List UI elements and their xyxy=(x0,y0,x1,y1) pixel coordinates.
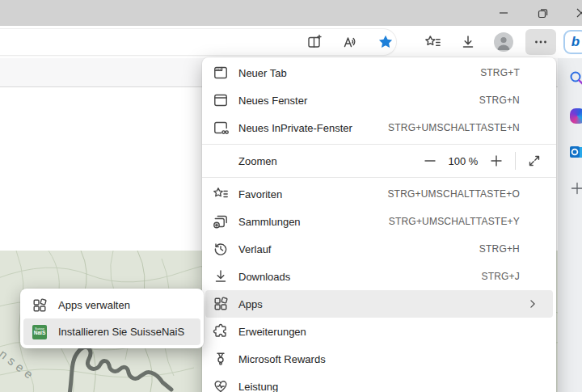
downloads-button[interactable] xyxy=(454,29,482,55)
close-button[interactable] xyxy=(571,2,582,23)
menu-item-label: Erweiterungen xyxy=(238,326,306,338)
menu-item-label: Downloads xyxy=(238,271,290,283)
menu-item-label: Sammlungen xyxy=(238,216,301,228)
menu-item-label: Leistung xyxy=(238,381,278,392)
sidebar-add-icon[interactable] xyxy=(567,179,582,198)
new-tab-icon xyxy=(213,65,229,81)
chevron-right-icon xyxy=(527,298,545,310)
history-icon xyxy=(213,241,229,257)
split-screen-button[interactable] xyxy=(301,29,328,55)
minimize-button[interactable] xyxy=(493,2,514,23)
menu-item-label: Verlauf xyxy=(238,243,271,255)
menu-item-shortcut: STRG+N xyxy=(479,95,545,106)
menu-item-shortcut: STRG+T xyxy=(480,67,545,78)
menu-item-label: Zoomen xyxy=(238,155,277,167)
submenu-item-apps-verwalten[interactable]: Apps verwalten xyxy=(23,292,200,318)
menu-item-label: Favoriten xyxy=(238,188,282,200)
menu-item-verlauf[interactable]: VerlaufSTRG+H xyxy=(202,235,556,263)
fullscreen-button[interactable] xyxy=(522,150,546,172)
settings-more-button[interactable] xyxy=(525,29,556,55)
zoom-level-value: 100 % xyxy=(442,155,484,167)
bing-chat-icon[interactable]: b xyxy=(563,30,582,54)
menu-item-shortcut: STRG+UMSCHALTTASTE+Y xyxy=(389,216,545,227)
sidebar-outlook-icon[interactable] xyxy=(567,142,582,162)
submenu-item-installieren-sie-suissenais[interactable]: SuisseNaiSInstallieren Sie SuisseNaiS xyxy=(23,318,200,345)
sidebar-search-icon[interactable] xyxy=(567,69,582,88)
zoom-in-button[interactable] xyxy=(484,150,508,172)
menu-item-microsoft-rewards[interactable]: Microsoft Rewards xyxy=(202,345,556,373)
menu-item-label: Apps xyxy=(238,298,263,310)
menu-item-shortcut: STRG+J xyxy=(481,271,545,282)
restore-button[interactable] xyxy=(532,2,553,23)
avatar xyxy=(494,32,513,52)
submenu-item-label: Installieren Sie SuisseNaiS xyxy=(58,326,184,338)
profile-button[interactable] xyxy=(490,29,517,55)
apps-icon xyxy=(213,296,229,312)
menu-item-sammlungen[interactable]: SammlungenSTRG+UMSCHALTTASTE+Y xyxy=(202,208,556,235)
collections-icon xyxy=(213,213,229,230)
menu-separator xyxy=(202,177,556,178)
menu-item-neuer-tab[interactable]: Neuer TabSTRG+T xyxy=(202,59,556,86)
map-river xyxy=(70,347,171,392)
apps-submenu: Apps verwaltenSuisseNaiSInstallieren Sie… xyxy=(20,289,204,348)
sidebar-microsoft365-icon[interactable] xyxy=(567,106,582,125)
zoom-divider xyxy=(515,152,516,170)
zoom-out-button[interactable] xyxy=(418,150,442,172)
suissenais-logo-icon: SuisseNaiS xyxy=(32,324,48,340)
bing-letter: b xyxy=(571,34,580,50)
downloads-icon xyxy=(213,268,229,285)
read-aloud-button[interactable] xyxy=(336,29,364,55)
menu-item-label: Microsoft Rewards xyxy=(238,353,326,365)
performance-icon xyxy=(213,378,229,392)
menu-item-label: Neues Fenster xyxy=(238,95,307,107)
menu-item-downloads[interactable]: DownloadsSTRG+J xyxy=(202,263,556,290)
menu-item-shortcut: STRG+UMSCHALTTASTE+O xyxy=(387,188,545,200)
new-window-icon xyxy=(213,92,229,108)
inprivate-icon xyxy=(213,120,229,136)
edge-browser-window: { "window": {"app": "Microsoft Edge"}, "… xyxy=(0,0,582,392)
menu-item-apps[interactable]: Apps xyxy=(205,290,553,318)
menu-item-shortcut: STRG+H xyxy=(479,243,545,255)
menu-separator xyxy=(202,144,556,145)
favorite-star-icon[interactable] xyxy=(372,29,399,55)
window-titlebar xyxy=(0,0,582,26)
menu-item-label: Neuer Tab xyxy=(238,67,287,79)
favorites-icon xyxy=(213,186,229,202)
menu-item-favoriten[interactable]: FavoritenSTRG+UMSCHALTTASTE+O xyxy=(202,180,556,208)
menu-item-leistung[interactable]: Leistung xyxy=(202,373,556,392)
map-lake-label: nsee xyxy=(0,347,39,384)
apps-icon xyxy=(32,297,48,314)
menu-item-erweiterungen[interactable]: Erweiterungen xyxy=(202,318,556,345)
rewards-icon xyxy=(213,351,229,367)
extensions-icon xyxy=(213,323,229,339)
menu-item-label: Neues InPrivate-Fenster xyxy=(238,122,352,134)
menu-item-shortcut: STRG+UMSCHALTTASTE+N xyxy=(388,122,545,133)
favorites-hub-button[interactable] xyxy=(419,29,446,55)
menu-item-neues-inprivate-fenster[interactable]: Neues InPrivate-FensterSTRG+UMSCHALTTAST… xyxy=(202,114,556,141)
settings-menu: Neuer TabSTRG+TNeues FensterSTRG+NNeues … xyxy=(202,57,556,392)
menu-item-neues-fenster[interactable]: Neues FensterSTRG+N xyxy=(202,86,556,114)
submenu-item-label: Apps verwalten xyxy=(58,299,130,311)
menu-item-zoom: Zoomen100 % xyxy=(202,147,556,175)
